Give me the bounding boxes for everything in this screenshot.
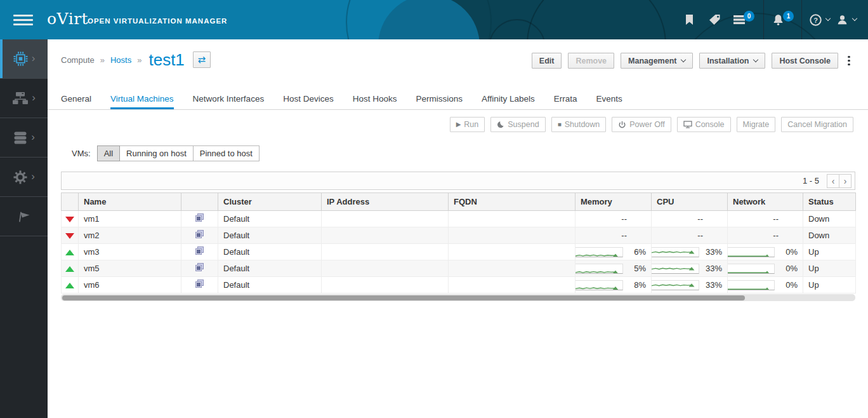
vm-network-cell: -- <box>728 227 803 244</box>
vm-network-cell: 0% <box>728 277 803 293</box>
migrate-button[interactable]: Migrate <box>737 117 776 132</box>
breadcrumb-compute[interactable]: Compute <box>61 55 95 65</box>
vertical-nav-sidebar: › › › › <box>0 39 48 418</box>
vm-status: Up <box>803 244 856 260</box>
remove-button[interactable]: Remove <box>568 53 614 69</box>
vm-monitor-icon <box>195 231 204 241</box>
entity-switcher-button[interactable]: ⇄ <box>193 51 211 68</box>
notifications-bell-icon[interactable] <box>772 0 784 39</box>
vm-cpu-cell: -- <box>652 211 728 227</box>
installation-dropdown-button[interactable]: Installation <box>699 53 765 69</box>
vm-cluster: Default <box>218 244 322 260</box>
cpu-usage-sparkline <box>652 247 700 257</box>
horizontal-scrollbar-track[interactable] <box>61 294 855 301</box>
column-header-cpu[interactable]: CPU <box>652 193 728 211</box>
console-button[interactable]: Console <box>677 117 731 132</box>
column-header-fqdn[interactable]: FQDN <box>449 193 575 211</box>
cancel-migration-button[interactable]: Cancel Migration <box>781 117 853 132</box>
tab-errata[interactable]: Errata <box>554 89 577 109</box>
tab-general[interactable]: General <box>61 89 91 109</box>
chevron-down-icon <box>825 16 831 21</box>
network-icon <box>12 91 29 106</box>
column-header-name[interactable]: Name <box>79 193 181 211</box>
vm-memory-cell: -- <box>575 211 652 227</box>
column-header-network[interactable]: Network <box>728 193 803 211</box>
breadcrumb-separator-icon: » <box>137 55 141 65</box>
host-console-button[interactable]: Host Console <box>772 53 838 69</box>
vm-network-cell: -- <box>728 211 803 227</box>
tab-virtual-machines[interactable]: Virtual Machines <box>110 89 174 109</box>
management-dropdown-button[interactable]: Management <box>621 53 693 69</box>
column-header-memory[interactable]: Memory <box>575 193 652 211</box>
cpu-usage-sparkline <box>652 264 700 274</box>
user-menu[interactable] <box>836 0 857 39</box>
kebab-menu-icon[interactable] <box>845 53 853 69</box>
vm-table-row[interactable]: vm6 Default 8% 33% 0% Up <box>62 277 856 293</box>
column-header-status[interactable]: Status <box>803 193 856 211</box>
filter-pinned-to-host-button[interactable]: Pinned to host <box>193 145 260 161</box>
vm-up-arrow-icon <box>65 266 74 272</box>
vm-cluster: Default <box>218 277 322 293</box>
filter-all-button[interactable]: All <box>97 145 120 161</box>
column-header-icon[interactable] <box>181 193 218 211</box>
vm-filter-group: AllRunning on hostPinned to host <box>97 145 260 161</box>
help-menu[interactable]: ? <box>810 0 830 39</box>
product-title: OPEN VIRTUALIZATION MANAGER <box>88 17 227 25</box>
filter-running-on-host-button[interactable]: Running on host <box>119 145 194 161</box>
vm-up-arrow-icon <box>65 283 74 288</box>
vm-table-row[interactable]: vm1 Default -- -- -- Down <box>62 211 856 227</box>
column-header-ip-address[interactable]: IP Address <box>322 193 449 211</box>
vm-table-row[interactable]: vm3 Default 6% 33% 0% Up <box>62 244 856 260</box>
breadcrumb-hosts-link[interactable]: Hosts <box>110 55 131 65</box>
memory-usage-sparkline <box>575 280 624 290</box>
sidebar-item-network[interactable]: › <box>0 79 48 118</box>
tab-host-devices[interactable]: Host Devices <box>283 89 334 109</box>
vm-memory-cell: 6% <box>575 244 652 260</box>
vm-ip-address <box>322 227 449 244</box>
vm-ip-address <box>322 277 449 293</box>
chevron-down-icon <box>681 57 686 62</box>
events-flag-icon <box>17 210 31 224</box>
administration-gear-icon <box>13 170 28 185</box>
edit-button[interactable]: Edit <box>532 53 562 69</box>
horizontal-scrollbar-thumb[interactable] <box>62 295 745 300</box>
shutdown-button[interactable]: ■Shutdown <box>551 117 607 132</box>
column-header-icon[interactable] <box>62 193 79 211</box>
bookmark-icon[interactable] <box>685 0 694 39</box>
sidebar-item-compute[interactable]: › <box>0 39 48 79</box>
tab-events[interactable]: Events <box>596 89 622 109</box>
monitor-icon <box>683 121 692 128</box>
tasks-icon[interactable] <box>733 0 745 39</box>
previous-page-button[interactable]: ‹ <box>827 174 839 188</box>
vm-network-cell: 0% <box>728 244 803 260</box>
swap-arrows-icon: ⇄ <box>198 54 206 65</box>
run-button[interactable]: ▶Run <box>450 117 485 132</box>
notifications-count-badge: 1 <box>783 11 794 22</box>
vm-monitor-icon <box>195 248 204 257</box>
menu-toggle-icon[interactable] <box>13 15 33 25</box>
vm-down-arrow-icon <box>65 233 74 239</box>
tab-host-hooks[interactable]: Host Hooks <box>353 89 397 109</box>
sidebar-item-administration[interactable]: › <box>0 158 48 197</box>
tag-icon[interactable] <box>708 0 721 39</box>
vm-monitor-icon <box>195 215 204 224</box>
network-usage-sparkline <box>728 247 775 257</box>
vm-down-arrow-icon <box>65 217 74 222</box>
ovirt-logo: oVirt <box>47 10 88 28</box>
power-off-button[interactable]: Power Off <box>612 117 671 132</box>
tab-permissions[interactable]: Permissions <box>416 89 463 109</box>
vm-up-arrow-icon <box>65 250 74 255</box>
vm-table-row[interactable]: vm2 Default -- -- -- Down <box>62 227 856 244</box>
next-page-button[interactable]: › <box>839 174 852 188</box>
column-header-cluster[interactable]: Cluster <box>218 193 322 211</box>
vm-ip-address <box>322 260 449 277</box>
sidebar-item-storage[interactable]: › <box>0 118 48 158</box>
sidebar-item-events[interactable] <box>0 197 48 236</box>
suspend-button[interactable]: Suspend <box>490 117 545 132</box>
vm-cpu-cell: -- <box>652 227 728 244</box>
vm-table-row[interactable]: vm5 Default 5% 33% 0% Up <box>62 260 856 277</box>
tab-network-interfaces[interactable]: Network Interfaces <box>193 89 265 109</box>
tab-affinity-labels[interactable]: Affinity Labels <box>482 89 535 109</box>
page-title: test1 <box>148 50 184 70</box>
vm-filter-row: VMs: AllRunning on hostPinned to host <box>72 145 260 161</box>
